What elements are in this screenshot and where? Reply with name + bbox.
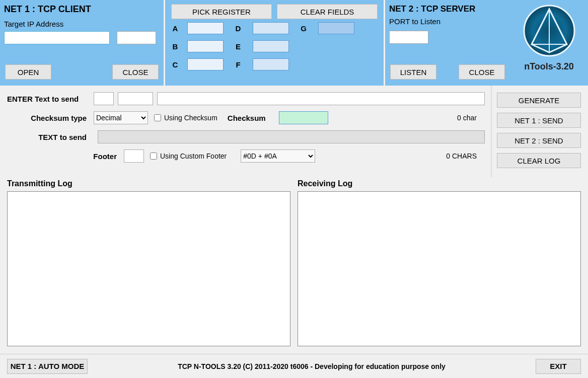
tx-log-column: Transmitting Log (7, 179, 290, 346)
net2-close-button[interactable]: CLOSE (459, 64, 505, 80)
net1-port-input[interactable] (117, 31, 156, 44)
net2-send-button[interactable]: NET 2 : SEND (497, 133, 581, 148)
net2-port-label: PORT to Listen (389, 17, 506, 26)
generate-button[interactable]: GENERATE (497, 93, 581, 108)
net2-port-input[interactable] (389, 31, 428, 44)
enter-text-main[interactable] (157, 92, 485, 105)
copyright-text: TCP N-TOOLS 3.20 (C) 2011-2020 t6006 - D… (88, 362, 536, 370)
enter-text-label: ENTER Text to send (7, 95, 94, 103)
net2-panel: NET 2 : TCP SERVER PORT to Listen LISTEN… (385, 0, 510, 86)
reg-label-b: B (170, 42, 180, 51)
reg-c-input[interactable] (187, 58, 224, 70)
clear-fields-button[interactable]: CLEAR FIELDS (277, 4, 378, 19)
char-count: 0 char (457, 114, 485, 122)
net2-listen-button[interactable]: LISTEN (390, 64, 436, 80)
net1-ip-input[interactable] (4, 31, 110, 44)
tx-log-title: Transmitting Log (7, 179, 290, 188)
reg-b-input[interactable] (187, 40, 224, 52)
reg-g-input[interactable] (318, 22, 354, 34)
footer-select[interactable]: #0D + #0A (241, 149, 315, 163)
brand-text: nTools-3.20 (513, 61, 585, 72)
using-custom-footer-checkbox[interactable] (150, 153, 157, 160)
text-to-send-label: TEXT to send (7, 133, 94, 141)
net1-close-button[interactable]: CLOSE (112, 64, 159, 80)
pick-register-button[interactable]: PICK REGISTER (171, 4, 272, 19)
net1-panel: NET 1 : TCP CLIENT Target IP Address OPE… (0, 0, 164, 86)
using-custom-footer-label: Using Custom Footer (160, 152, 227, 160)
footer-input[interactable] (124, 149, 144, 163)
checksum-type-label: Checksum type (7, 114, 94, 122)
net1-open-button[interactable]: OPEN (5, 64, 51, 80)
tx-log-box[interactable] (7, 191, 290, 346)
form-panel: ENTER Text to send Checksum type Decimal… (0, 86, 491, 177)
enter-text-prefix1[interactable] (94, 92, 114, 105)
net2-title: NET 2 : TCP SERVER (389, 4, 506, 14)
reg-label-f: F (231, 60, 246, 69)
clear-log-button[interactable]: CLEAR LOG (497, 153, 581, 168)
checksum-value[interactable] (279, 111, 328, 124)
using-checksum-checkbox[interactable] (154, 114, 161, 121)
checksum-label: Checksum (228, 114, 273, 122)
reg-label-d: D (231, 24, 246, 33)
footer-label: Footer (7, 152, 124, 161)
reg-label-a: A (170, 24, 180, 33)
footer-bar: NET 1 : AUTO MODE TCP N-TOOLS 3.20 (C) 2… (0, 354, 588, 378)
chars-count: 0 CHARS (446, 152, 485, 160)
reg-label-e: E (231, 42, 246, 51)
net1-send-button[interactable]: NET 1 : SEND (497, 113, 581, 128)
using-checksum-label: Using Checksum (164, 114, 217, 122)
rx-log-box[interactable] (298, 191, 581, 346)
text-to-send-output (98, 130, 485, 143)
reg-f-input[interactable] (253, 58, 289, 70)
auto-mode-button[interactable]: NET 1 : AUTO MODE (7, 359, 88, 374)
reg-label-c: C (170, 60, 180, 69)
rx-log-title: Receiving Log (298, 179, 581, 188)
logo-panel: nTools-3.20 (510, 0, 588, 86)
reg-a-input[interactable] (187, 22, 224, 34)
exit-button[interactable]: EXIT (536, 359, 581, 374)
app-logo-icon (522, 3, 577, 58)
enter-text-prefix2[interactable] (118, 92, 153, 105)
net1-title: NET 1 : TCP CLIENT (4, 4, 160, 15)
net1-ip-label: Target IP Address (4, 20, 160, 28)
action-buttons: GENERATE NET 1 : SEND NET 2 : SEND CLEAR… (491, 86, 588, 177)
rx-log-column: Receiving Log (298, 179, 581, 346)
reg-label-g: G (296, 24, 311, 33)
register-panel: PICK REGISTER CLEAR FIELDS A D G B E C F (164, 0, 385, 86)
reg-e-input[interactable] (253, 40, 289, 52)
checksum-type-select[interactable]: Decimal (94, 111, 148, 124)
reg-d-input[interactable] (253, 22, 289, 34)
